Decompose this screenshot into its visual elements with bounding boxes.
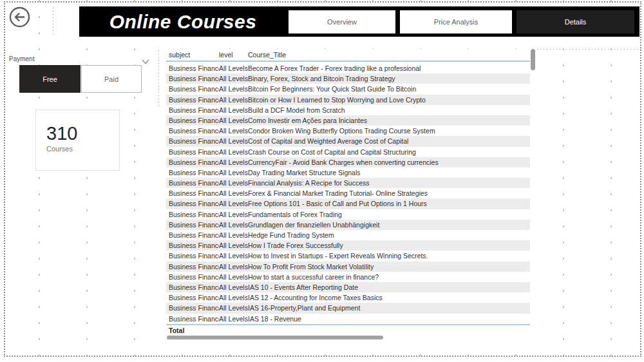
table-header: subject level Course_Title (166, 49, 530, 62)
level-cell: All Levels (219, 147, 248, 157)
course-title-cell: Free Options 101 - Basic of Call and Put… (248, 198, 530, 209)
level-cell: All Levels (219, 240, 248, 251)
subject-cell: Business Finance (169, 115, 219, 126)
level-cell: All Levels (219, 198, 248, 209)
slicer-title: Payment (9, 55, 34, 62)
level-cell: All Levels (219, 230, 248, 240)
nav-tabs: Overview Price Analysis Details (289, 10, 634, 33)
table-row[interactable]: Business FinanceAll LevelsFree Options 1… (166, 198, 530, 209)
back-button[interactable] (9, 6, 30, 28)
level-cell: All Levels (219, 115, 248, 126)
subject-cell: Business Finance (169, 251, 219, 261)
subject-cell: Business Finance (169, 73, 219, 84)
course-title-cell: Cost of Capital and Weighted Average Cos… (248, 136, 530, 146)
table-row[interactable]: Business FinanceAll LevelsIAS 18 - Reven… (166, 314, 530, 324)
table-row[interactable]: Business FinanceAll LevelsHow I Trade Fo… (166, 240, 530, 251)
table-row[interactable]: Business FinanceAll LevelsHedge Fund Tra… (166, 230, 530, 240)
report-canvas: Online Courses Overview Price Analysis D… (0, 0, 644, 362)
level-cell: All Levels (219, 136, 248, 146)
subject-cell: Business Finance (169, 178, 219, 188)
snap-guide (537, 49, 641, 50)
course-title-cell: IAS 16-Property,Plant and Equipment (248, 303, 530, 313)
table-row[interactable]: Business FinanceAll LevelsBitcoin or How… (166, 95, 530, 105)
subject-cell: Business Finance (169, 105, 219, 115)
subject-cell: Business Finance (169, 198, 219, 209)
level-cell: All Levels (219, 314, 248, 324)
level-cell: All Levels (219, 84, 248, 94)
courses-count-card: 310 Courses (35, 110, 120, 171)
subject-cell: Business Finance (169, 95, 219, 105)
table-row[interactable]: Business FinanceAll LevelsHow to start a… (166, 272, 530, 282)
subject-cell: Business Finance (169, 292, 219, 303)
card-value: 310 (46, 123, 119, 144)
level-cell: All Levels (219, 303, 248, 313)
table-row[interactable]: Business FinanceAll LevelsIAS 12 - Accou… (166, 292, 530, 303)
table-row[interactable]: Business FinanceAll LevelsFundamentals o… (166, 209, 530, 220)
level-cell: All Levels (219, 95, 248, 105)
subject-cell: Business Finance (169, 282, 219, 292)
table-row[interactable]: Business FinanceAll LevelsFinancial Anal… (166, 178, 530, 188)
table-row[interactable]: Business FinanceAll LevelsHow To Profit … (166, 262, 530, 272)
table-row[interactable]: Business FinanceAll LevelsBitcoin For Be… (166, 84, 530, 94)
table-row[interactable]: Business FinanceAll LevelsComo Investir … (166, 115, 530, 126)
subject-cell: Business Finance (169, 262, 219, 272)
subject-cell: Business Finance (169, 167, 219, 178)
table-row[interactable]: Business FinanceAll LevelsBecome A Forex… (166, 63, 530, 73)
table-row[interactable]: Business FinanceAll LevelsHow to Invest … (166, 251, 530, 261)
table-row[interactable]: Business FinanceAll LevelsIAS 16-Propert… (166, 303, 530, 313)
subject-cell: Business Finance (169, 272, 219, 282)
level-cell: All Levels (219, 188, 248, 198)
table-body: Business FinanceAll LevelsBecome A Forex… (166, 63, 530, 324)
level-cell: All Levels (219, 105, 248, 115)
table-row[interactable]: Business FinanceAll LevelsCurrencyFair -… (166, 157, 530, 167)
table-row[interactable]: Business FinanceAll LevelsCost of Capita… (166, 136, 530, 146)
course-title-cell: How to start a successful career in fina… (248, 272, 530, 282)
table-total-row: Total (166, 324, 530, 335)
level-cell: All Levels (219, 220, 248, 230)
subject-cell: Business Finance (169, 157, 219, 167)
column-header-subject[interactable]: subject (169, 49, 219, 61)
course-title-cell: Grundlagen der finanziellen Unabhängigke… (248, 220, 530, 230)
header-bar: Online Courses Overview Price Analysis D… (79, 6, 639, 37)
course-title-cell: Crash Course on Cost of Capital and Capi… (248, 147, 530, 157)
level-cell: All Levels (219, 167, 248, 178)
course-title-cell: Como Investir em Ações para Iniciantes (248, 115, 530, 126)
table-row[interactable]: Business FinanceAll LevelsDay Trading Ma… (166, 167, 530, 178)
table-row[interactable]: Business FinanceAll LevelsIAS 10 - Event… (166, 282, 530, 292)
course-title-cell: Day Trading Market Structure Signals (248, 167, 530, 178)
course-title-cell: Financial Analysis: A Recipe for Success (248, 178, 530, 188)
tab-overview[interactable]: Overview (289, 10, 395, 33)
course-title-cell: How to Invest in Startups - Expert Revea… (248, 251, 530, 261)
total-label: Total (169, 327, 184, 334)
subject-cell: Business Finance (169, 84, 219, 94)
tab-details[interactable]: Details (516, 10, 634, 33)
table-row[interactable]: Business FinanceAll LevelsCrash Course o… (166, 147, 530, 157)
course-title-cell: IAS 12 - Accounting for Income Taxes Bas… (248, 292, 530, 303)
course-title-cell: Bitcoin For Beginners: Your Quick Start … (248, 84, 530, 94)
level-cell: All Levels (219, 178, 248, 188)
level-cell: All Levels (219, 209, 248, 220)
column-header-course-title[interactable]: Course_Title (248, 49, 530, 61)
tab-price-analysis[interactable]: Price Analysis (400, 10, 512, 33)
course-title-cell: Become A Forex Trader - Forex trading li… (248, 63, 530, 73)
courses-table: subject level Course_Title Business Fina… (166, 49, 536, 341)
table-row[interactable]: Business FinanceAll LevelsCondor Broken … (166, 126, 530, 136)
level-cell: All Levels (219, 73, 248, 84)
course-title-cell: Fundamentals of Forex Trading (248, 209, 530, 220)
column-header-level[interactable]: level (219, 49, 248, 61)
slicer-option-paid[interactable]: Paid (81, 65, 142, 93)
subject-cell: Business Finance (169, 136, 219, 146)
table-row[interactable]: Business FinanceAll LevelsBuild a DCF Mo… (166, 105, 530, 115)
table-row[interactable]: Business FinanceAll LevelsGrundlagen der… (166, 220, 530, 230)
snap-guide (53, 8, 53, 36)
table-row[interactable]: Business FinanceAll LevelsBinary, Forex,… (166, 73, 530, 84)
course-title-cell: IAS 18 - Revenue (248, 314, 530, 324)
horizontal-scrollbar[interactable] (167, 336, 383, 339)
subject-cell: Business Finance (169, 240, 219, 251)
level-cell: All Levels (219, 157, 248, 167)
vertical-scrollbar[interactable] (531, 49, 535, 70)
chevron-down-icon[interactable] (141, 56, 150, 62)
table-row[interactable]: Business FinanceAll LevelsForex & Financ… (166, 188, 530, 198)
slicer-option-free[interactable]: Free (19, 65, 80, 93)
page-title: Online Courses (109, 11, 257, 32)
